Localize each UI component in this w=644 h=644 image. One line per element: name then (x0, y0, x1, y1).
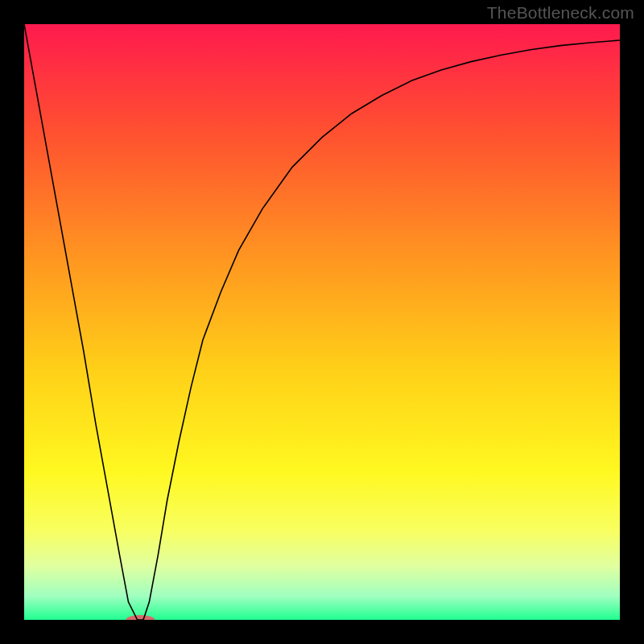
chart-background (24, 24, 620, 620)
chart-svg (24, 24, 620, 620)
watermark-text: TheBottleneck.com (487, 3, 634, 23)
chart-frame: TheBottleneck.com (0, 0, 644, 644)
